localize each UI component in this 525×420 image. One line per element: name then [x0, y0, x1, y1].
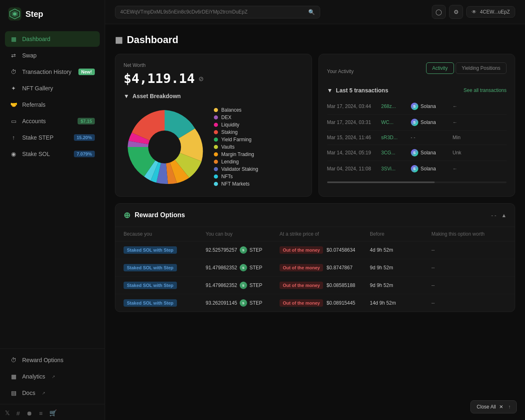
scroll-top-icon[interactable]: ↑ [508, 404, 511, 410]
history-icon: ⏱ [10, 68, 17, 76]
scrollbar-track[interactable] [327, 181, 507, 183]
activity-card: Your Activity Activity Yielding Position… [319, 54, 516, 197]
legend-item: NFT Markets [214, 181, 258, 187]
reward-options-header: ⊕ Reward Options - - ▲ [115, 204, 515, 227]
legend-item: NFTs [214, 174, 258, 179]
staked-badge: Staked SOL with Step [124, 282, 177, 289]
transactions-title-text: Last 5 transactions [336, 87, 388, 94]
analytics-icon: ▦ [10, 373, 17, 380]
docs-icon: ▤ [10, 389, 17, 397]
otm-badge: Out of the money [280, 282, 323, 289]
time-col: 9d 9h 52m [370, 282, 431, 288]
legend-label: DEX [221, 115, 232, 120]
sidebar-item-stake-sol[interactable]: ◉ Stake SOL 7.079% [5, 146, 100, 162]
legend-dot [214, 182, 218, 186]
settings-button[interactable]: ⚙ [449, 5, 463, 19]
tx-hash[interactable]: sR3D... [381, 135, 406, 140]
pie-container: Balances DEX Liquidity Staking [124, 106, 303, 188]
legend-item: Balances [214, 107, 258, 113]
tx-date: Mar 15, 2024, 11:46 [327, 135, 376, 140]
reward-options-card: ⊕ Reward Options - - ▲ Because you You c… [115, 203, 515, 312]
see-all-link[interactable]: See all transactions [463, 87, 507, 93]
sidebar-nav: ▦ Dashboard ⇄ Swap ⏱ Transaction History… [0, 28, 105, 349]
tx-hash[interactable]: WC... [381, 119, 406, 125]
sidebar-item-label: Accounts [22, 118, 46, 124]
page-title-container: ▦ Dashboard [115, 34, 515, 46]
table-row: Staked SOL with Step 92.525795257 S STEP… [115, 241, 515, 259]
legend-item: Staking [214, 129, 258, 135]
medium-icon[interactable]: ⏺ [26, 410, 32, 417]
time-col: 4d 9h 52m [370, 247, 431, 253]
legend-dot [214, 123, 218, 127]
dashboard-icon: ▦ [10, 35, 17, 43]
col-header-worth: Making this option worth [431, 231, 507, 237]
sidebar-item-reward-options[interactable]: ⏱ Reward Options [5, 352, 100, 368]
tx-type: Unk [453, 150, 507, 156]
hide-balance-icon[interactable]: ⊘ [199, 74, 203, 83]
step-icon: S [240, 246, 247, 254]
sidebar-item-swap[interactable]: ⇄ Swap [5, 48, 100, 63]
worth-col: -- [431, 247, 507, 253]
tx-hash[interactable]: 3SVi... [381, 166, 406, 172]
worth-col: -- [431, 282, 507, 288]
sidebar-item-nft-gallery[interactable]: ✦ NFT Gallery [5, 80, 100, 96]
search-icon: 🔍 [308, 9, 315, 15]
tx-hash[interactable]: 3CG... [381, 150, 406, 156]
twitter-icon[interactable]: 𝕏 [5, 409, 10, 417]
amount-col: 91.479862352 S STEP [206, 264, 280, 271]
collapse-icon[interactable]: ▼ [327, 87, 333, 94]
because-col: Staked SOL with Step [124, 282, 206, 289]
eye-icon: 👁 [472, 9, 477, 15]
amount-col: 93.262091145 S STEP [206, 299, 280, 307]
legend-dot [214, 167, 218, 171]
search-input[interactable] [120, 9, 305, 15]
cart-icon[interactable]: 🛒 [49, 409, 57, 417]
header: 🔍 ◯ ⚙ 👁 4CEW...uEpZ [105, 0, 525, 24]
amount-value: 93.262091145 [206, 300, 237, 306]
referrals-icon: 🤝 [10, 101, 17, 108]
legend-label: NFTs [221, 174, 233, 179]
sidebar-item-label: Analytics [22, 373, 45, 380]
activity-label: Your Activity [327, 69, 354, 74]
external-link-icon: ↗ [42, 391, 45, 395]
collapse-icon[interactable]: ▼ [124, 93, 129, 99]
legend-label: Lending [221, 159, 239, 165]
tx-date: Mar 17, 2024, 03:31 [327, 119, 376, 125]
sidebar-item-referrals[interactable]: 🤝 Referrals [5, 97, 100, 112]
reward-options-title: ⊕ Reward Options [124, 210, 185, 220]
step-icon: S [240, 282, 247, 289]
stake-step-badge: 15.20% [74, 134, 95, 141]
sidebar-item-accounts[interactable]: ▭ Accounts $7.15 [5, 113, 100, 129]
legend-dot [214, 108, 218, 112]
search-bar[interactable]: 🔍 [115, 6, 320, 18]
app-logo[interactable]: Step [0, 0, 105, 28]
discord-icon[interactable]: # [16, 410, 20, 417]
tab-yielding-positions[interactable]: Yielding Positions [456, 62, 507, 74]
because-col: Staked SOL with Step [124, 299, 206, 307]
menu-icon[interactable]: ≡ [39, 410, 43, 417]
sidebar-item-label: Dashboard [22, 36, 50, 42]
close-all-button[interactable]: Close All ✕ ↑ [470, 400, 517, 413]
sidebar-item-dashboard[interactable]: ▦ Dashboard [5, 31, 100, 47]
token-label: STEP [250, 247, 262, 253]
collapse-reward-button[interactable]: ▲ [501, 212, 507, 218]
tx-chain: S Solana [411, 103, 448, 110]
notifications-button[interactable]: ◯ [432, 5, 446, 19]
close-x-icon: ✕ [499, 404, 503, 410]
legend-item: DEX [214, 115, 258, 120]
sidebar-item-stake-step[interactable]: ↑ Stake STEP 15.20% [5, 130, 100, 145]
tx-type: Min [453, 135, 507, 140]
tab-your-activity[interactable]: Activity [426, 62, 454, 74]
bell-icon: ◯ [436, 9, 442, 15]
legend-dot [214, 130, 218, 134]
tx-hash[interactable]: 268z... [381, 103, 406, 109]
sidebar-item-analytics[interactable]: ▦ Analytics ↗ [5, 369, 100, 384]
strike-price: $0.8747867 [326, 265, 352, 271]
wallet-button[interactable]: 👁 4CEW...uEpZ [466, 6, 515, 18]
sidebar-item-transaction-history[interactable]: ⏱ Transaction History New! [5, 64, 100, 80]
sidebar-item-docs[interactable]: ▤ Docs ↗ [5, 385, 100, 401]
page-title: Dashboard [127, 34, 178, 46]
dashboard-grid: Net Worth $4,119.14 ⊘ ▼ Asset Breakdown [115, 54, 515, 197]
status-strike-col: Out of the money $0.08585188 [280, 282, 370, 289]
solana-icon: S [411, 149, 418, 156]
